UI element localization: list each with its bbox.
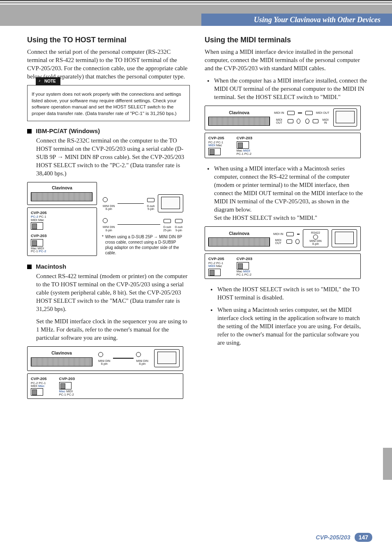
ibm-body: Connect the RS-232C terminal on the comp…: [36, 137, 190, 178]
connector-icon: [297, 119, 301, 124]
page-footer: CVP-205/203 147: [316, 533, 372, 542]
diagram-cvp203-label: CVP-203: [237, 136, 253, 141]
subsection-ibm: IBM-PC/AT (Windows): [27, 127, 190, 135]
diagram-clavinova-label: Clavinova: [208, 230, 270, 236]
bullet-dot-icon: [207, 77, 210, 101]
diagram-clavinova-label: Clavinova: [31, 350, 92, 356]
host-select-switch-icon: [208, 148, 221, 155]
section-title-midi: Using the MIDI terminals: [205, 35, 367, 45]
connector-icon: [103, 218, 108, 223]
decor-band: [0, 5, 392, 14]
computer-icon: [333, 108, 357, 127]
switch-mac-label: Mac: [38, 218, 44, 222]
connector-icon: [287, 111, 295, 115]
square-bullet-icon: [27, 265, 32, 269]
footer-model: CVP-205/203: [316, 534, 350, 541]
diagram-clavinova-box: Clavinova MINI DIN 8-pin MINI DIN 8-pin: [27, 346, 183, 371]
footnote-star: *: [102, 234, 104, 240]
conn-label-midi-in: MIDI IN: [322, 118, 329, 124]
diagram-cvp203-label: CVP-203: [31, 233, 47, 239]
connector-icon: [147, 198, 154, 202]
header-grey: [0, 14, 201, 26]
page-header: Using Your Clavinova with Other Devices: [0, 14, 392, 26]
switch-pc2-label: PC-2: [39, 249, 46, 253]
switch-midi-label: MIDI: [31, 384, 37, 388]
midi-intro: When using a MIDI interface device insta…: [205, 48, 367, 73]
conn-label-midi-in: MIDI IN: [274, 111, 284, 114]
diagram-footnote: * When using a D-SUB 25P → MINI DIN 8P c…: [103, 234, 183, 256]
switch-midi-label: MIDI: [31, 218, 37, 222]
connector-icon: [305, 119, 309, 124]
keyboard-icon: [31, 357, 92, 366]
host-select-switch-icon: [31, 388, 43, 396]
midi-interface-icon: RS422 MINI DIN 8-pin: [303, 229, 328, 247]
host-select-switch-icon: [31, 239, 43, 246]
switch-midi-label: MIDI: [208, 264, 215, 268]
switch-pc1-label: PC-1: [237, 152, 244, 156]
diagram-switch-box: CVP-205 PC-2 PC-1 MIDI Mac CVP-203 Mac M…: [205, 253, 361, 279]
keyboard-icon: [31, 192, 92, 201]
switch-mac-label: Mac: [216, 264, 222, 268]
subsection-mac: Macintosh: [27, 263, 190, 271]
subsection-ibm-title: IBM-PC/AT (Windows): [36, 127, 100, 135]
header-blue: Using Your Clavinova with Other Devices: [201, 14, 392, 26]
decor-line: [0, 2, 392, 3]
diagram-mac: Clavinova MINI DIN 8-pin MINI DIN 8-pin …: [27, 346, 183, 399]
footer-page-number: 147: [355, 533, 372, 542]
keyboard-icon: [208, 117, 270, 126]
bullet-dot-icon: [210, 286, 213, 302]
sub-bullet-text: When the HOST SELECT switch is set to "M…: [217, 286, 367, 302]
square-bullet-icon: [27, 129, 32, 134]
connector-icon: [288, 119, 293, 123]
bullet-item: When the computer has a MIDI interface i…: [207, 77, 367, 101]
conn-label-dsub9: D-sub 9-pin: [174, 226, 183, 231]
to-host-intro: Connect the serial port of the personal …: [27, 48, 190, 81]
computer-icon: [332, 229, 357, 247]
diagram-switch-box: CVP-205 PC-2 PC-1 MIDI Mac CVP-203 Mac M…: [205, 133, 361, 158]
bullet-text: When using a MIDI interface with a Macin…: [214, 165, 367, 222]
left-column: Using the TO HOST terminal Connect the s…: [27, 35, 190, 405]
diagram-midi-pc: Clavinova MIDI IN MIDI OUT MIDI OUT: [205, 106, 361, 158]
host-select-switch-icon: [237, 262, 249, 269]
bullet-dot-icon: [210, 306, 213, 347]
switch-pc1-label: PC-1: [31, 249, 38, 253]
connector-icon: [164, 219, 171, 223]
host-select-switch-icon: [59, 382, 71, 389]
conn-label-midi-out: MIDI OUT: [273, 239, 283, 244]
host-select-switch-icon: [237, 141, 249, 149]
keyboard-icon: [208, 237, 270, 246]
switch-pc1-label: PC-1: [59, 393, 66, 396]
conn-label-rs422: RS422: [311, 231, 320, 234]
decor-line: [0, 0, 392, 1]
switch-pc1-label: PC-1: [237, 273, 244, 276]
switch-mac-label: Mac: [38, 384, 45, 388]
connector-icon: [286, 240, 292, 244]
connector-icon: [305, 111, 313, 115]
breadcrumb: Using Your Clavinova with Other Devices: [254, 16, 380, 24]
host-select-switch-icon: [208, 269, 221, 276]
switch-mac-label: Mac: [216, 143, 222, 147]
right-column: Using the MIDI terminals When using a MI…: [205, 35, 367, 405]
main-content: Using the TO HOST terminal Connect the s…: [0, 26, 392, 405]
switch-pc2-label: PC-2: [244, 273, 251, 276]
bullet-dot-icon: [207, 165, 210, 222]
conn-label-midi-in: MIDI IN: [273, 233, 283, 235]
diagram-clavinova-label: Clavinova: [208, 110, 270, 115]
side-thumb-tab: [383, 448, 392, 480]
diagram-midi-mac: Clavinova MIDI IN MIDI OUT: [205, 226, 361, 279]
conn-label-midi-out: MIDI OUT: [274, 118, 284, 124]
diagram-clavinova-box: Clavinova MIDI IN MIDI OUT MIDI OUT: [205, 106, 361, 130]
conn-label-minidin: MINI DIN 8-pin: [309, 240, 322, 245]
bullet-text: When the computer has a MIDI interface i…: [214, 77, 367, 101]
note-box: NOTE If your system does not work proper…: [27, 85, 190, 121]
diagram-switch-box: CVP-205 PC-2 PC-1 MIDI Mac CVP-203 Mac M…: [27, 207, 97, 256]
diagram-clavinova-box: Clavinova MIDI IN MIDI OUT: [205, 226, 361, 251]
note-text: If your system does not work properly wi…: [32, 92, 181, 116]
subsection-mac-title: Macintosh: [36, 263, 66, 271]
switch-midi-label: MIDI: [208, 143, 215, 147]
connector-icon: [286, 232, 294, 236]
footnote-text: When using a D-SUB 25P → MINI DIN 8P cro…: [105, 235, 182, 255]
connector-icon: [136, 352, 141, 357]
connector-icon: [103, 197, 108, 202]
connector-icon: [295, 239, 300, 244]
